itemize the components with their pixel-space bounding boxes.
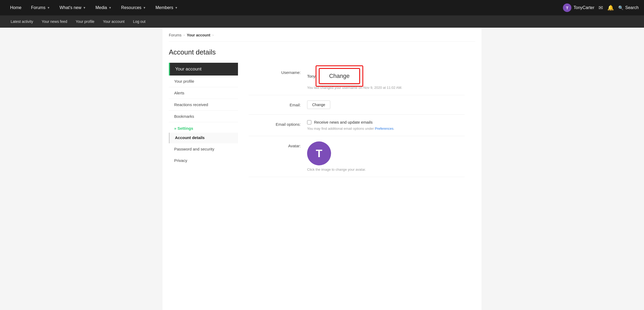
top-navigation: Home Forums ▼ What's new ▼ Media ▼ Resou… xyxy=(0,0,644,15)
avatar-hint: Click the image to change your avatar. xyxy=(307,167,465,171)
sidebar-item-your-profile[interactable]: Your profile xyxy=(169,76,238,87)
email-row: Email: Change xyxy=(249,95,465,115)
nav-media-label: Media xyxy=(95,5,107,10)
main-layout: Your account Your profile Alerts Reactio… xyxy=(169,63,475,177)
email-options-row: Email options: Receive news and update e… xyxy=(249,115,465,136)
sidebar-item-reactions-received[interactable]: Reactions received xyxy=(169,99,238,111)
email-label: Email: xyxy=(249,100,307,107)
receive-emails-checkbox[interactable] xyxy=(307,120,311,124)
sidebar-item-password-security[interactable]: Password and security xyxy=(169,143,238,155)
chevron-down-icon: ▼ xyxy=(47,6,50,9)
nav-home-label: Home xyxy=(10,5,22,10)
nav-resources[interactable]: Resources ▼ xyxy=(116,0,150,15)
sec-nav-your-account[interactable]: Your account xyxy=(99,15,129,28)
search-label: Search xyxy=(625,5,639,10)
avatar-label: Avatar: xyxy=(249,141,307,148)
email-field-row: Change xyxy=(307,100,465,109)
avatar: T xyxy=(563,3,571,12)
breadcrumb: Forums › Your account › xyxy=(169,33,475,42)
email-options-label: Email options: xyxy=(249,120,307,127)
search-icon: 🔍 xyxy=(618,5,624,10)
sidebar-item-alerts[interactable]: Alerts xyxy=(169,87,238,99)
receive-emails-label: Receive news and update emails xyxy=(314,120,373,124)
username-value: Tony Change You last changed your userna… xyxy=(307,68,465,90)
top-nav-right: T TonyCarter ✉ 🔔 🔍 Search xyxy=(563,3,639,12)
username-hint: You last changed your username on Nov 9,… xyxy=(307,86,465,90)
sidebar-item-account-details[interactable]: Account details xyxy=(169,133,238,143)
nav-forums[interactable]: Forums ▼ xyxy=(26,0,55,15)
user-badge[interactable]: T TonyCarter xyxy=(563,3,594,12)
nav-home[interactable]: Home xyxy=(5,0,26,15)
bell-icon[interactable]: 🔔 xyxy=(607,5,614,11)
nav-forums-label: Forums xyxy=(31,5,45,10)
breadcrumb-current: Your account xyxy=(187,33,210,37)
username-field-row: Tony Change xyxy=(307,68,465,84)
avatar-row: Avatar: T Click the image to change your… xyxy=(249,136,465,177)
username-text: Tony xyxy=(307,72,316,80)
page-content: Forums › Your account › Account details … xyxy=(162,28,482,310)
sidebar-item-your-account[interactable]: Your account xyxy=(169,63,238,76)
breadcrumb-separator-1: › xyxy=(183,33,185,37)
mail-icon[interactable]: ✉ xyxy=(599,5,603,11)
email-options-checkbox-row: Receive news and update emails xyxy=(307,120,465,124)
nav-media[interactable]: Media ▼ xyxy=(91,0,116,15)
chevron-down-icon: ▼ xyxy=(143,6,146,9)
form-area: Username: Tony Change You last changed y… xyxy=(238,63,475,177)
top-nav-left: Home Forums ▼ What's new ▼ Media ▼ Resou… xyxy=(5,0,563,15)
email-value: Change xyxy=(307,100,465,109)
email-options-value: Receive news and update emails You may f… xyxy=(307,120,465,131)
nav-whats-new[interactable]: What's new ▼ xyxy=(55,0,91,15)
breadcrumb-separator-2: › xyxy=(212,33,214,37)
chevron-down-icon: ▼ xyxy=(108,6,111,9)
chevron-down-icon: ▼ xyxy=(175,6,178,9)
change-username-container: Change xyxy=(319,68,360,84)
avatar-value: T Click the image to change your avatar. xyxy=(307,141,465,171)
sidebar: Your account Your profile Alerts Reactio… xyxy=(169,63,238,177)
change-email-button[interactable]: Change xyxy=(307,100,330,109)
username-label: Username: xyxy=(249,68,307,75)
sec-nav-log-out[interactable]: Log out xyxy=(129,15,150,28)
chevron-down-icon: ▼ xyxy=(83,6,86,9)
sidebar-item-privacy[interactable]: Privacy xyxy=(169,155,238,166)
nav-members-label: Members xyxy=(156,5,173,10)
email-options-hint: You may find additional email options un… xyxy=(307,127,465,131)
avatar[interactable]: T xyxy=(307,141,331,165)
nav-whats-new-label: What's new xyxy=(60,5,81,10)
sidebar-item-bookmarks[interactable]: Bookmarks xyxy=(169,111,238,122)
username-display: TonyCarter xyxy=(574,5,594,10)
username-row: Username: Tony Change You last changed y… xyxy=(249,63,465,95)
sec-nav-latest-activity[interactable]: Latest activity xyxy=(6,15,37,28)
sec-nav-your-profile[interactable]: Your profile xyxy=(72,15,99,28)
page-title: Account details xyxy=(169,48,475,56)
breadcrumb-forums[interactable]: Forums xyxy=(169,33,181,37)
sidebar-settings-header: » Settings xyxy=(169,122,238,133)
change-username-button[interactable]: Change xyxy=(319,68,360,84)
nav-resources-label: Resources xyxy=(121,5,141,10)
secondary-navigation: Latest activity Your news feed Your prof… xyxy=(0,15,644,28)
sec-nav-news-feed[interactable]: Your news feed xyxy=(37,15,72,28)
nav-members[interactable]: Members ▼ xyxy=(151,0,183,15)
search-button[interactable]: 🔍 Search xyxy=(618,5,639,10)
preferences-link[interactable]: Preferences xyxy=(375,127,394,131)
